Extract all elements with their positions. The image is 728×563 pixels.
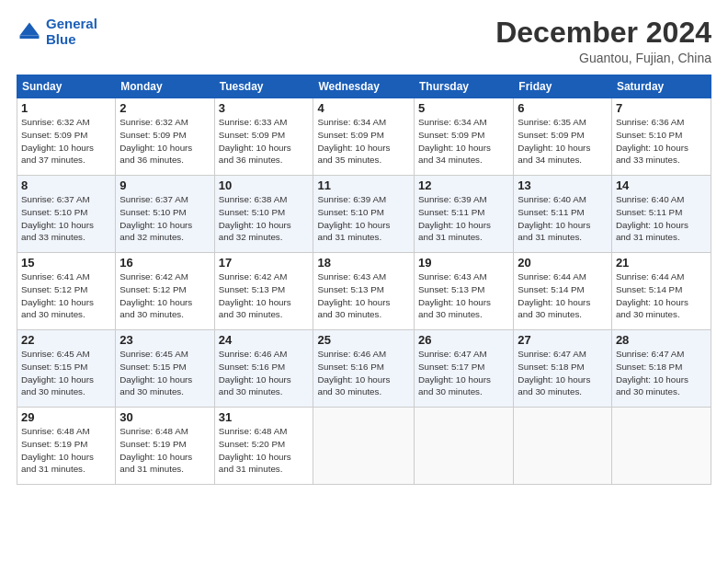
- day-number: 2: [119, 101, 210, 115]
- day-number: 25: [317, 333, 410, 347]
- day-info: Sunrise: 6:40 AM Sunset: 5:11 PM Dayligh…: [616, 193, 707, 244]
- day-number: 8: [21, 178, 111, 192]
- day-number: 7: [616, 101, 707, 115]
- svg-rect-1: [20, 35, 40, 39]
- col-sunday: Sunday: [17, 75, 116, 98]
- day-number: 12: [418, 178, 509, 192]
- day-info: Sunrise: 6:47 AM Sunset: 5:17 PM Dayligh…: [418, 348, 509, 398]
- day-info: Sunrise: 6:48 AM Sunset: 5:19 PM Dayligh…: [119, 425, 210, 476]
- day-info: Sunrise: 6:42 AM Sunset: 5:12 PM Dayligh…: [119, 270, 210, 321]
- calendar-cell: 5Sunrise: 6:34 AM Sunset: 5:09 PM Daylig…: [415, 98, 514, 176]
- col-friday: Friday: [514, 75, 612, 98]
- day-info: Sunrise: 6:37 AM Sunset: 5:10 PM Dayligh…: [119, 193, 210, 244]
- logo: General Blue: [17, 17, 97, 47]
- header: General Blue December 2024 Guantou, Fuji…: [17, 17, 711, 65]
- calendar-cell: 28Sunrise: 6:47 AM Sunset: 5:18 PM Dayli…: [611, 330, 711, 408]
- calendar-cell: 12Sunrise: 6:39 AM Sunset: 5:11 PM Dayli…: [415, 176, 514, 253]
- calendar-cell: 27Sunrise: 6:47 AM Sunset: 5:18 PM Dayli…: [514, 330, 612, 408]
- calendar-cell: 25Sunrise: 6:46 AM Sunset: 5:16 PM Dayli…: [313, 330, 415, 408]
- day-info: Sunrise: 6:47 AM Sunset: 5:18 PM Dayligh…: [518, 348, 608, 398]
- day-info: Sunrise: 6:39 AM Sunset: 5:11 PM Dayligh…: [418, 193, 509, 244]
- col-tuesday: Tuesday: [214, 75, 313, 98]
- day-number: 5: [418, 101, 509, 115]
- calendar-cell: [611, 408, 711, 485]
- calendar-cell: 6Sunrise: 6:35 AM Sunset: 5:09 PM Daylig…: [514, 98, 612, 176]
- week-row-4: 22Sunrise: 6:45 AM Sunset: 5:15 PM Dayli…: [17, 330, 711, 408]
- day-number: 6: [518, 101, 608, 115]
- week-row-3: 15Sunrise: 6:41 AM Sunset: 5:12 PM Dayli…: [17, 253, 711, 330]
- day-number: 22: [21, 333, 111, 347]
- calendar-cell: 10Sunrise: 6:38 AM Sunset: 5:10 PM Dayli…: [214, 176, 313, 253]
- calendar-cell: 26Sunrise: 6:47 AM Sunset: 5:17 PM Dayli…: [415, 330, 514, 408]
- logo-text: General Blue: [46, 17, 97, 47]
- week-row-2: 8Sunrise: 6:37 AM Sunset: 5:10 PM Daylig…: [17, 176, 711, 253]
- day-number: 21: [616, 256, 707, 270]
- calendar-cell: 30Sunrise: 6:48 AM Sunset: 5:19 PM Dayli…: [116, 408, 214, 485]
- day-info: Sunrise: 6:41 AM Sunset: 5:12 PM Dayligh…: [21, 270, 111, 321]
- day-info: Sunrise: 6:38 AM Sunset: 5:10 PM Dayligh…: [219, 193, 310, 244]
- day-info: Sunrise: 6:45 AM Sunset: 5:15 PM Dayligh…: [119, 348, 210, 398]
- day-info: Sunrise: 6:46 AM Sunset: 5:16 PM Dayligh…: [219, 348, 310, 398]
- day-number: 10: [219, 178, 310, 192]
- day-info: Sunrise: 6:34 AM Sunset: 5:09 PM Dayligh…: [418, 116, 509, 167]
- day-number: 28: [616, 333, 707, 347]
- day-info: Sunrise: 6:33 AM Sunset: 5:09 PM Dayligh…: [219, 116, 310, 167]
- calendar-cell: 18Sunrise: 6:43 AM Sunset: 5:13 PM Dayli…: [313, 253, 415, 330]
- day-info: Sunrise: 6:37 AM Sunset: 5:10 PM Dayligh…: [21, 193, 111, 244]
- col-wednesday: Wednesday: [313, 75, 415, 98]
- calendar-cell: 21Sunrise: 6:44 AM Sunset: 5:14 PM Dayli…: [611, 253, 711, 330]
- day-info: Sunrise: 6:47 AM Sunset: 5:18 PM Dayligh…: [616, 348, 707, 398]
- day-number: 30: [119, 410, 210, 424]
- calendar-cell: 13Sunrise: 6:40 AM Sunset: 5:11 PM Dayli…: [514, 176, 612, 253]
- day-number: 13: [518, 178, 608, 192]
- calendar-cell: 22Sunrise: 6:45 AM Sunset: 5:15 PM Dayli…: [17, 330, 116, 408]
- day-number: 4: [317, 101, 410, 115]
- calendar-cell: 3Sunrise: 6:33 AM Sunset: 5:09 PM Daylig…: [214, 98, 313, 176]
- day-number: 19: [418, 256, 509, 270]
- day-number: 24: [219, 333, 310, 347]
- day-number: 27: [518, 333, 608, 347]
- calendar-cell: 8Sunrise: 6:37 AM Sunset: 5:10 PM Daylig…: [17, 176, 116, 253]
- day-info: Sunrise: 6:35 AM Sunset: 5:09 PM Dayligh…: [518, 116, 608, 167]
- day-number: 26: [418, 333, 509, 347]
- day-number: 20: [518, 256, 608, 270]
- week-row-5: 29Sunrise: 6:48 AM Sunset: 5:19 PM Dayli…: [17, 408, 711, 485]
- day-number: 18: [317, 256, 410, 270]
- day-info: Sunrise: 6:43 AM Sunset: 5:13 PM Dayligh…: [418, 270, 509, 321]
- calendar-cell: 9Sunrise: 6:37 AM Sunset: 5:10 PM Daylig…: [116, 176, 214, 253]
- day-info: Sunrise: 6:48 AM Sunset: 5:20 PM Dayligh…: [219, 425, 310, 476]
- calendar-cell: 15Sunrise: 6:41 AM Sunset: 5:12 PM Dayli…: [17, 253, 116, 330]
- calendar-cell: 2Sunrise: 6:32 AM Sunset: 5:09 PM Daylig…: [116, 98, 214, 176]
- calendar-cell: 4Sunrise: 6:34 AM Sunset: 5:09 PM Daylig…: [313, 98, 415, 176]
- day-info: Sunrise: 6:32 AM Sunset: 5:09 PM Dayligh…: [21, 116, 111, 167]
- logo-blue-word: Blue: [46, 31, 76, 47]
- day-info: Sunrise: 6:44 AM Sunset: 5:14 PM Dayligh…: [616, 270, 707, 321]
- page: General Blue December 2024 Guantou, Fuji…: [0, 0, 728, 563]
- calendar-cell: 19Sunrise: 6:43 AM Sunset: 5:13 PM Dayli…: [415, 253, 514, 330]
- week-row-1: 1Sunrise: 6:32 AM Sunset: 5:09 PM Daylig…: [17, 98, 711, 176]
- calendar-table: Sunday Monday Tuesday Wednesday Thursday…: [17, 75, 711, 485]
- calendar-cell: [415, 408, 514, 485]
- day-number: 29: [21, 410, 111, 424]
- calendar-cell: [514, 408, 612, 485]
- location-subtitle: Guantou, Fujian, China: [495, 51, 711, 65]
- day-info: Sunrise: 6:39 AM Sunset: 5:10 PM Dayligh…: [317, 193, 410, 244]
- calendar-cell: 29Sunrise: 6:48 AM Sunset: 5:19 PM Dayli…: [17, 408, 116, 485]
- calendar-cell: 20Sunrise: 6:44 AM Sunset: 5:14 PM Dayli…: [514, 253, 612, 330]
- day-number: 16: [119, 256, 210, 270]
- calendar-cell: 7Sunrise: 6:36 AM Sunset: 5:10 PM Daylig…: [611, 98, 711, 176]
- day-number: 9: [119, 178, 210, 192]
- day-info: Sunrise: 6:34 AM Sunset: 5:09 PM Dayligh…: [317, 116, 410, 167]
- day-info: Sunrise: 6:46 AM Sunset: 5:16 PM Dayligh…: [317, 348, 410, 398]
- title-block: December 2024 Guantou, Fujian, China: [495, 17, 711, 65]
- day-number: 3: [219, 101, 310, 115]
- logo-icon: [17, 19, 42, 45]
- day-info: Sunrise: 6:48 AM Sunset: 5:19 PM Dayligh…: [21, 425, 111, 476]
- day-info: Sunrise: 6:40 AM Sunset: 5:11 PM Dayligh…: [518, 193, 608, 244]
- day-info: Sunrise: 6:45 AM Sunset: 5:15 PM Dayligh…: [21, 348, 111, 398]
- day-info: Sunrise: 6:36 AM Sunset: 5:10 PM Dayligh…: [616, 116, 707, 167]
- calendar-cell: 11Sunrise: 6:39 AM Sunset: 5:10 PM Dayli…: [313, 176, 415, 253]
- calendar-cell: [313, 408, 415, 485]
- month-title: December 2024: [495, 17, 711, 49]
- day-number: 1: [21, 101, 111, 115]
